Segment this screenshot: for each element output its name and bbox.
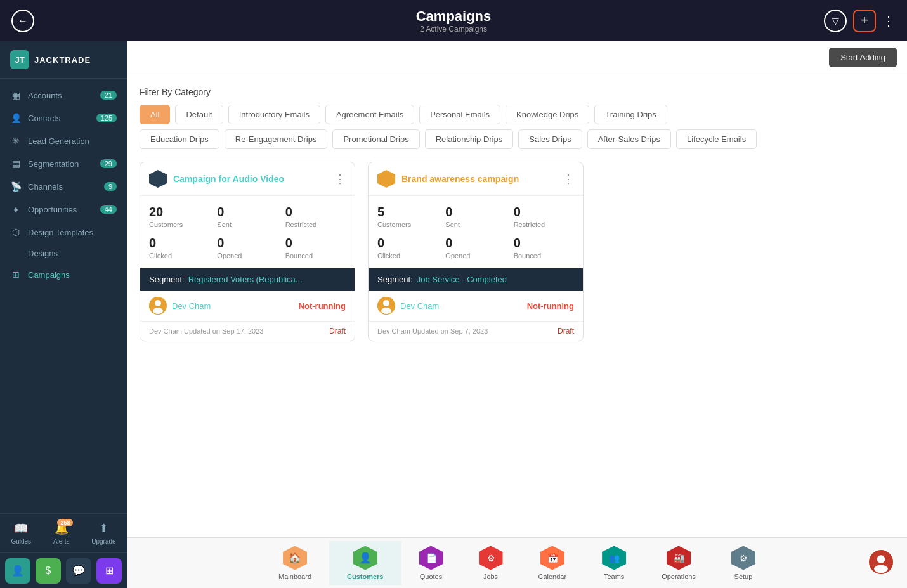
sidebar-item-lead-generation[interactable]: ✳ Lead Generation <box>0 129 127 152</box>
back-button[interactable]: ← <box>11 10 34 32</box>
sidebar-item-channels[interactable]: 📡 Channels 9 <box>0 175 127 198</box>
nav-quotes[interactable]: 📄 Quotes <box>401 541 461 585</box>
svg-text:⚙: ⚙ <box>739 553 747 563</box>
stat-bounced-2: 0 Bounced <box>514 236 574 259</box>
svg-text:🏭: 🏭 <box>674 553 685 564</box>
filter-promotional-drips[interactable]: Promotional Drips <box>332 129 419 149</box>
segment-value-1[interactable]: Registered Voters (Republica... <box>188 275 303 284</box>
campaign-1-header: Campaign for Audio Video ⋮ <box>140 162 355 196</box>
stat-bounced-value-2: 0 <box>514 236 574 251</box>
campaign-1-title[interactable]: Campaign for Audio Video <box>173 174 328 184</box>
stat-bounced-label-2: Bounced <box>514 252 574 259</box>
campaign-1-user: Dev Cham Not-running <box>140 291 355 321</box>
stat-sent-1: 0 Sent <box>217 205 277 228</box>
stat-opened-label-1: Opened <box>217 252 277 259</box>
nav-teams[interactable]: 👥 Teams <box>584 541 644 585</box>
more-options-button[interactable]: ⋮ <box>882 13 896 29</box>
operations-icon: 🏭 <box>667 546 691 570</box>
user-avatar-bottom-right[interactable] <box>868 549 894 575</box>
campaign-2-title[interactable]: Brand awareness campaign <box>401 174 556 184</box>
filter-introductory-emails[interactable]: Introductory Emails <box>228 105 320 124</box>
segment-value-2[interactable]: Job Service - Completed <box>417 275 507 284</box>
network-quick-icon[interactable]: ⊞ <box>96 558 122 584</box>
stat-clicked-2: 0 Clicked <box>377 236 438 259</box>
campaign-2-draft: Draft <box>558 327 574 336</box>
segment-label-1: Segment: <box>149 275 185 284</box>
user-quick-icon[interactable]: 👤 <box>5 558 30 584</box>
lead-gen-icon: ✳ <box>10 136 22 146</box>
filter-re-engagement-drips[interactable]: Re-Engagement Drips <box>225 129 328 149</box>
filter-agreement-emails[interactable]: Agreement Emails <box>325 105 414 124</box>
alerts-label: Alerts <box>53 538 70 545</box>
filter-all[interactable]: All <box>140 105 170 124</box>
alerts-button[interactable]: 🔔 268 Alerts <box>53 521 70 545</box>
nav-operations[interactable]: 🏭 Operations <box>644 541 714 585</box>
calendar-label: Calendar <box>538 573 567 580</box>
filter-personal-emails[interactable]: Personal Emails <box>419 105 500 124</box>
stat-customers-label-1: Customers <box>149 221 209 228</box>
upgrade-button[interactable]: ⬆ Upgrade <box>91 521 115 545</box>
svg-text:📄: 📄 <box>426 553 437 564</box>
campaign-1-stats: 20 Customers 0 Sent 0 Restricted 0 <box>140 196 355 268</box>
filter-default[interactable]: Default <box>175 105 223 124</box>
sidebar-item-campaigns[interactable]: ⊞ Campaigns <box>0 263 127 286</box>
segmentation-icon: ▤ <box>10 159 22 169</box>
filter-training-drips[interactable]: Training Drips <box>594 105 667 124</box>
channels-label: Channels <box>28 182 98 192</box>
add-button[interactable]: + <box>853 10 876 32</box>
campaign-1-more[interactable]: ⋮ <box>334 172 346 186</box>
stat-opened-value-1: 0 <box>217 236 277 251</box>
stat-clicked-1: 0 Clicked <box>149 236 209 259</box>
campaign-2-user-name[interactable]: Dev Cham <box>400 301 439 311</box>
campaign-2-footer: Dev Cham Updated on Sep 7, 2023 Draft <box>369 321 583 341</box>
stat-restricted-label-1: Restricted <box>285 221 346 228</box>
filter-education-drips[interactable]: Education Drips <box>140 129 219 149</box>
campaign-1-user-name[interactable]: Dev Cham <box>172 301 211 311</box>
filter-knowledge-drips[interactable]: Knowledge Drips <box>506 105 589 124</box>
setup-icon: ⚙ <box>731 546 755 570</box>
svg-text:⚙: ⚙ <box>486 553 495 563</box>
alerts-badge: 268 <box>57 519 73 526</box>
stat-sent-label-2: Sent <box>445 221 506 228</box>
stat-customers-2: 5 Customers <box>377 205 438 228</box>
filter-button[interactable]: ▽ <box>824 10 847 32</box>
upgrade-icon: ⬆ <box>99 521 108 535</box>
sidebar-item-opportunities[interactable]: ♦ Opportunities 44 <box>0 198 127 221</box>
sidebar: JT JACKTRADE ▦ Accounts 21 👤 Contacts 12… <box>0 41 127 588</box>
page-subtitle: 2 Active Campaigns <box>416 25 492 34</box>
chat-quick-icon[interactable]: 💬 <box>66 558 91 584</box>
filter-sales-drips[interactable]: Sales Drips <box>518 129 582 149</box>
sidebar-item-design-templates[interactable]: ⬡ Design Templates <box>0 221 127 244</box>
campaign-2-more[interactable]: ⋮ <box>563 172 574 186</box>
nav-calendar[interactable]: 📅 Calendar <box>521 541 585 585</box>
sidebar-item-accounts[interactable]: ▦ Accounts 21 <box>0 84 127 107</box>
nav-jobs[interactable]: ⚙ Jobs <box>461 541 521 585</box>
stat-customers-value-2: 5 <box>377 205 438 219</box>
campaigns-label: Campaigns <box>28 270 117 280</box>
campaigns-grid: Campaign for Audio Video ⋮ 20 Customers … <box>140 162 894 341</box>
filter-after-sales-drips[interactable]: After-Sales Drips <box>587 129 671 149</box>
nav-setup[interactable]: ⚙ Setup <box>714 541 773 585</box>
start-adding-button[interactable]: Start Adding <box>829 48 897 67</box>
stat-sent-2: 0 Sent <box>445 205 506 228</box>
campaign-1-status: Not-running <box>299 301 346 311</box>
sidebar-item-segmentation[interactable]: ▤ Segmentation 29 <box>0 152 127 175</box>
teams-icon: 👥 <box>602 546 626 570</box>
dollar-quick-icon[interactable]: $ <box>36 558 61 584</box>
guides-button[interactable]: 📖 Guides <box>11 521 31 545</box>
contacts-icon: 👤 <box>10 113 22 123</box>
svg-text:📅: 📅 <box>547 553 558 564</box>
sidebar-item-designs[interactable]: Designs <box>0 244 127 263</box>
stat-bounced-value-1: 0 <box>285 236 346 251</box>
filter-relationship-drips[interactable]: Relationship Drips <box>425 129 514 149</box>
jobs-icon: ⚙ <box>479 546 503 570</box>
sidebar-item-contacts[interactable]: 👤 Contacts 125 <box>0 107 127 129</box>
stat-restricted-label-2: Restricted <box>514 221 574 228</box>
teams-label: Teams <box>604 573 624 580</box>
svg-text:👤: 👤 <box>359 552 372 564</box>
nav-mainboard[interactable]: 🏠 Mainboard <box>261 541 329 585</box>
filter-lifecycle-emails[interactable]: Lifecycle Emails <box>676 129 757 149</box>
customers-icon: 👤 <box>353 546 377 570</box>
nav-customers[interactable]: 👤 Customers <box>329 541 401 585</box>
campaign-2-updated: Dev Cham Updated on Sep 7, 2023 <box>377 327 488 335</box>
